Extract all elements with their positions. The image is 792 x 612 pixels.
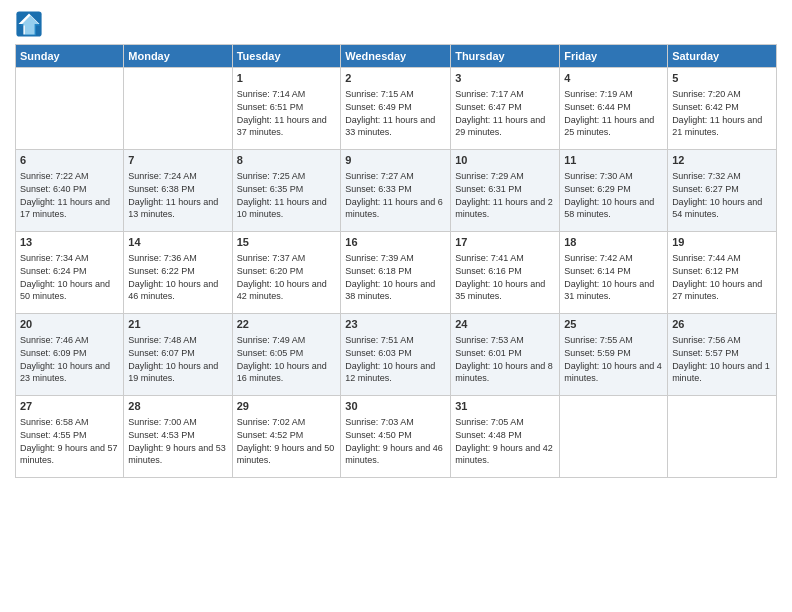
calendar-cell: 29Sunrise: 7:02 AMSunset: 4:52 PMDayligh… [232, 396, 341, 478]
day-info: Sunrise: 7:53 AM [455, 334, 555, 347]
day-info: Sunset: 6:29 PM [564, 183, 663, 196]
day-info: Daylight: 11 hours and 37 minutes. [237, 114, 337, 139]
day-number: 19 [672, 235, 772, 250]
day-header-wednesday: Wednesday [341, 45, 451, 68]
day-info: Sunset: 6:42 PM [672, 101, 772, 114]
day-info: Sunset: 4:48 PM [455, 429, 555, 442]
day-number: 24 [455, 317, 555, 332]
day-info: Daylight: 9 hours and 57 minutes. [20, 442, 119, 467]
day-info: Daylight: 10 hours and 4 minutes. [564, 360, 663, 385]
day-info: Sunset: 6:31 PM [455, 183, 555, 196]
day-info: Daylight: 10 hours and 58 minutes. [564, 196, 663, 221]
day-info: Sunrise: 7:44 AM [672, 252, 772, 265]
day-number: 14 [128, 235, 227, 250]
day-info: Sunrise: 7:27 AM [345, 170, 446, 183]
day-info: Sunrise: 7:14 AM [237, 88, 337, 101]
day-info: Sunrise: 7:46 AM [20, 334, 119, 347]
day-info: Sunset: 6:07 PM [128, 347, 227, 360]
day-info: Sunset: 6:44 PM [564, 101, 663, 114]
day-info: Sunset: 6:22 PM [128, 265, 227, 278]
calendar-table: SundayMondayTuesdayWednesdayThursdayFrid… [15, 44, 777, 478]
calendar-cell: 31Sunrise: 7:05 AMSunset: 4:48 PMDayligh… [451, 396, 560, 478]
day-info: Sunrise: 7:24 AM [128, 170, 227, 183]
day-info: Daylight: 10 hours and 8 minutes. [455, 360, 555, 385]
calendar-cell: 1Sunrise: 7:14 AMSunset: 6:51 PMDaylight… [232, 68, 341, 150]
calendar-cell [124, 68, 232, 150]
calendar-cell: 14Sunrise: 7:36 AMSunset: 6:22 PMDayligh… [124, 232, 232, 314]
day-info: Sunset: 5:57 PM [672, 347, 772, 360]
day-number: 8 [237, 153, 337, 168]
day-number: 16 [345, 235, 446, 250]
day-info: Sunrise: 7:48 AM [128, 334, 227, 347]
calendar-cell: 11Sunrise: 7:30 AMSunset: 6:29 PMDayligh… [560, 150, 668, 232]
day-info: Sunset: 6:35 PM [237, 183, 337, 196]
day-info: Sunset: 6:09 PM [20, 347, 119, 360]
day-number: 23 [345, 317, 446, 332]
day-info: Sunset: 6:40 PM [20, 183, 119, 196]
day-number: 20 [20, 317, 119, 332]
day-info: Daylight: 10 hours and 31 minutes. [564, 278, 663, 303]
day-info: Sunrise: 7:25 AM [237, 170, 337, 183]
calendar-week-row: 6Sunrise: 7:22 AMSunset: 6:40 PMDaylight… [16, 150, 777, 232]
day-info: Sunset: 6:47 PM [455, 101, 555, 114]
day-info: Daylight: 9 hours and 46 minutes. [345, 442, 446, 467]
day-info: Daylight: 10 hours and 54 minutes. [672, 196, 772, 221]
day-info: Sunrise: 7:15 AM [345, 88, 446, 101]
day-info: Sunrise: 7:56 AM [672, 334, 772, 347]
day-info: Sunrise: 7:51 AM [345, 334, 446, 347]
day-info: Sunrise: 7:32 AM [672, 170, 772, 183]
day-info: Sunrise: 7:49 AM [237, 334, 337, 347]
day-number: 21 [128, 317, 227, 332]
day-info: Daylight: 11 hours and 2 minutes. [455, 196, 555, 221]
calendar-cell: 26Sunrise: 7:56 AMSunset: 5:57 PMDayligh… [668, 314, 777, 396]
logo-icon [15, 10, 43, 38]
day-info: Sunrise: 7:34 AM [20, 252, 119, 265]
day-info: Sunrise: 7:20 AM [672, 88, 772, 101]
day-number: 3 [455, 71, 555, 86]
day-number: 4 [564, 71, 663, 86]
calendar-cell: 24Sunrise: 7:53 AMSunset: 6:01 PMDayligh… [451, 314, 560, 396]
day-info: Sunset: 6:33 PM [345, 183, 446, 196]
day-info: Daylight: 10 hours and 38 minutes. [345, 278, 446, 303]
day-number: 11 [564, 153, 663, 168]
day-info: Sunset: 4:52 PM [237, 429, 337, 442]
day-info: Daylight: 10 hours and 19 minutes. [128, 360, 227, 385]
calendar-header-row: SundayMondayTuesdayWednesdayThursdayFrid… [16, 45, 777, 68]
calendar-cell: 28Sunrise: 7:00 AMSunset: 4:53 PMDayligh… [124, 396, 232, 478]
day-number: 29 [237, 399, 337, 414]
day-info: Sunset: 6:05 PM [237, 347, 337, 360]
calendar-cell: 21Sunrise: 7:48 AMSunset: 6:07 PMDayligh… [124, 314, 232, 396]
day-number: 15 [237, 235, 337, 250]
calendar-cell: 23Sunrise: 7:51 AMSunset: 6:03 PMDayligh… [341, 314, 451, 396]
calendar-cell: 18Sunrise: 7:42 AMSunset: 6:14 PMDayligh… [560, 232, 668, 314]
day-info: Daylight: 11 hours and 33 minutes. [345, 114, 446, 139]
day-number: 27 [20, 399, 119, 414]
calendar-cell: 6Sunrise: 7:22 AMSunset: 6:40 PMDaylight… [16, 150, 124, 232]
day-info: Sunset: 6:01 PM [455, 347, 555, 360]
day-info: Daylight: 11 hours and 6 minutes. [345, 196, 446, 221]
calendar-cell: 3Sunrise: 7:17 AMSunset: 6:47 PMDaylight… [451, 68, 560, 150]
day-info: Sunrise: 7:22 AM [20, 170, 119, 183]
day-header-monday: Monday [124, 45, 232, 68]
calendar-cell: 8Sunrise: 7:25 AMSunset: 6:35 PMDaylight… [232, 150, 341, 232]
day-header-sunday: Sunday [16, 45, 124, 68]
day-info: Daylight: 11 hours and 17 minutes. [20, 196, 119, 221]
day-info: Daylight: 10 hours and 1 minute. [672, 360, 772, 385]
calendar-cell [560, 396, 668, 478]
calendar-cell: 4Sunrise: 7:19 AMSunset: 6:44 PMDaylight… [560, 68, 668, 150]
day-info: Daylight: 11 hours and 21 minutes. [672, 114, 772, 139]
day-info: Daylight: 10 hours and 50 minutes. [20, 278, 119, 303]
day-info: Daylight: 11 hours and 10 minutes. [237, 196, 337, 221]
day-info: Sunset: 6:24 PM [20, 265, 119, 278]
day-info: Sunrise: 7:30 AM [564, 170, 663, 183]
day-number: 31 [455, 399, 555, 414]
day-number: 28 [128, 399, 227, 414]
day-header-thursday: Thursday [451, 45, 560, 68]
day-info: Sunrise: 7:39 AM [345, 252, 446, 265]
day-number: 25 [564, 317, 663, 332]
calendar-cell [16, 68, 124, 150]
day-info: Sunset: 5:59 PM [564, 347, 663, 360]
day-info: Sunrise: 7:17 AM [455, 88, 555, 101]
day-info: Sunset: 4:50 PM [345, 429, 446, 442]
day-info: Sunset: 4:53 PM [128, 429, 227, 442]
